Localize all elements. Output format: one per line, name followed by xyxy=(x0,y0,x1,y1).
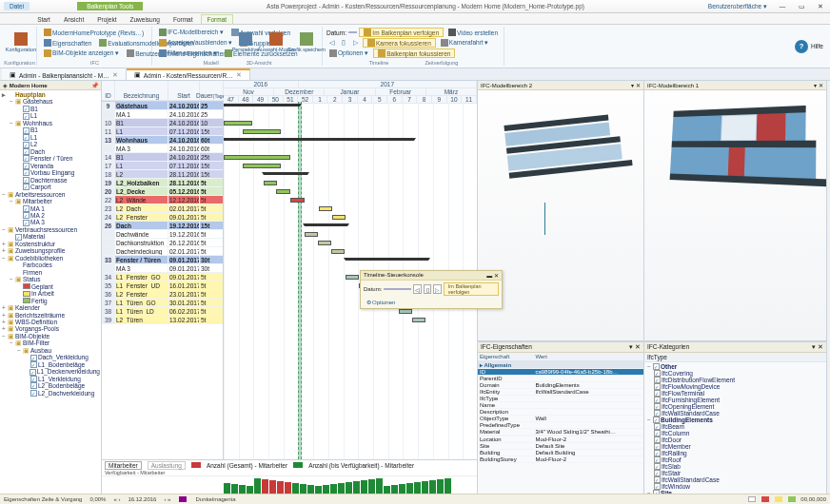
tree-node[interactable]: −▣Ausbau xyxy=(1,347,100,354)
tree-node[interactable]: +▣WBS-Definition xyxy=(1,319,100,325)
perspektive-button[interactable]: Perspektive xyxy=(230,28,261,56)
property-row[interactable]: Name xyxy=(478,402,643,409)
ifc-model-dropdown[interactable]: ModernHomePrototype (Revis…) xyxy=(41,28,147,37)
tree-node[interactable]: Veranda xyxy=(1,163,100,169)
category-node[interactable]: IfcFlowMovingDevice xyxy=(646,383,824,390)
tree-node[interactable]: L1 xyxy=(1,112,100,119)
category-node[interactable]: IfcColumn xyxy=(646,430,824,436)
gantt-row[interactable]: 14B124.10.201625t xyxy=(102,153,223,162)
ribbon-tab-projekt[interactable]: Projekt xyxy=(91,15,122,24)
gantt-row[interactable]: MA 324.10.201660t xyxy=(102,145,223,153)
tree-node[interactable]: +▣Kostenstruktur xyxy=(1,241,100,247)
console-play[interactable]: ▷ xyxy=(433,284,442,294)
property-row[interactable]: PredefinedType xyxy=(478,422,643,429)
property-row[interactable]: IDca989f99-04fe-46a5-b25b-18b… xyxy=(478,369,643,376)
ribbon-tab-zuweisung[interactable]: Zuweisung xyxy=(124,15,165,24)
model-area-dropdown[interactable]: IFC-Modellbereich ▾ xyxy=(156,28,227,37)
tree-node[interactable]: −▣Verbrauchsressourcen xyxy=(1,226,100,233)
gantt-bar[interactable] xyxy=(224,138,414,141)
help-icon[interactable]: ? xyxy=(795,40,808,53)
console-follow[interactable]: Im Balkenplan verfolgen xyxy=(444,282,499,296)
status-swatch[interactable] xyxy=(775,496,782,502)
tree-node[interactable]: Dachterrasse xyxy=(1,177,100,184)
histo-tab-auslastung[interactable]: Auslastung xyxy=(148,461,186,470)
gantt-bar[interactable] xyxy=(305,232,318,237)
col-dauer[interactable]: Dauer(Tage) xyxy=(200,81,224,101)
gantt-row[interactable]: Dachwände19.12.20165t xyxy=(102,230,223,239)
console-options[interactable]: ⚙ Optionen xyxy=(364,298,398,306)
save-graphic-button[interactable]: Grafik speichern xyxy=(291,28,322,56)
show-hide-dropdown[interactable]: Anzeigen/ausblenden ▾ xyxy=(156,38,235,48)
tree-node[interactable]: L1_Verkleidung xyxy=(1,376,100,382)
ifc-bimobj-button[interactable]: BIM-Objekte anzeigen ▾ xyxy=(41,48,122,58)
ribbon-tab-ansicht[interactable]: Ansicht xyxy=(58,15,89,24)
gantt-row[interactable]: 26Dach19.12.201615t xyxy=(102,222,223,230)
tree-node[interactable]: L2_Dachverkleidung xyxy=(1,390,100,397)
tree-node[interactable]: B1 xyxy=(1,106,100,112)
col-start[interactable]: Start xyxy=(168,81,200,101)
focus-gantt[interactable]: Balkenplan fokussieren xyxy=(373,48,455,58)
close-button[interactable]: ✕ xyxy=(811,0,830,13)
category-node[interactable]: IfcWallStandardCase xyxy=(646,476,824,483)
pin-icon[interactable]: 📌 xyxy=(91,82,98,88)
category-node[interactable]: IfcCovering xyxy=(646,370,824,377)
tree-node[interactable]: MA 1 xyxy=(1,205,100,212)
gantt-bar[interactable] xyxy=(331,249,345,254)
console-stop[interactable]: ▯ xyxy=(424,284,432,294)
property-grid[interactable]: EigenschaftWert ▸ Allgemein IDca989f99-0… xyxy=(478,353,643,494)
gantt-bar[interactable] xyxy=(399,309,412,314)
follow-gantt-toggle[interactable]: Im Balkenplan verfolgen xyxy=(359,28,444,37)
minimize-button[interactable]: — xyxy=(773,0,792,13)
date-field[interactable] xyxy=(348,31,357,33)
category-node[interactable]: IfcBeam xyxy=(646,423,824,430)
3d-viewport-2[interactable] xyxy=(644,90,826,341)
gantt-row[interactable]: 23L2_Dach02.01.20175t xyxy=(102,204,223,213)
tree-node[interactable]: −▣BIM-Objekte xyxy=(1,333,100,339)
status-date-prev[interactable]: « ‹ xyxy=(113,496,120,502)
gantt-row[interactable]: Dacheindeckung02.01.20175t xyxy=(102,247,223,256)
tree-node[interactable]: In Arbeit xyxy=(1,290,100,297)
tree-node[interactable]: L1_Bodenbeläge xyxy=(1,361,100,368)
gantt-bar[interactable] xyxy=(412,318,425,322)
tree-node[interactable]: −▣Status xyxy=(1,276,100,282)
tree-node[interactable]: +▣Kalender xyxy=(1,304,100,311)
property-row[interactable]: SiteDefault Site xyxy=(478,443,643,450)
ifc-props-button[interactable]: Eigenschaften xyxy=(41,38,94,48)
gantt-row[interactable]: 20L2_Decke05.12.20165t xyxy=(102,187,223,196)
property-row[interactable]: ParentID xyxy=(478,376,643,382)
tree-node[interactable]: +▣Zuweisungsprofile xyxy=(1,247,100,254)
transport-stop[interactable]: ▯ xyxy=(339,38,348,48)
camera-path[interactable]: Kamerafahrt ▾ xyxy=(438,38,492,48)
gantt-row[interactable]: 39L2_Türen13.02.20175t xyxy=(102,316,223,324)
gantt-bar[interactable] xyxy=(332,215,346,220)
gantt-bar[interactable] xyxy=(243,164,281,168)
col-id[interactable]: ID xyxy=(102,81,115,101)
tree-node[interactable]: L1 xyxy=(1,134,100,141)
gantt-row[interactable]: 10B124.10.201610 xyxy=(102,119,223,127)
gantt-bar[interactable] xyxy=(290,198,305,203)
pane-buttons[interactable]: ▾ ✕ xyxy=(629,343,641,351)
property-row[interactable]: BuildingDefault Building xyxy=(478,450,643,456)
gantt-row[interactable]: MA 309.01.201730t xyxy=(102,264,223,273)
ribbon-tab-format[interactable]: Format xyxy=(201,14,234,24)
category-node[interactable]: IfcWindow xyxy=(646,483,824,490)
gantt-bar[interactable] xyxy=(224,121,252,126)
category-node[interactable]: IfcDoor xyxy=(646,436,824,443)
timeline-console[interactable]: Timeline-Steuerkonsole▬ ✕ Datum: ◁ ▯ ▷ I… xyxy=(360,270,503,309)
gantt-row[interactable]: 34L1_Fenster_GO09.01.20175t xyxy=(102,273,223,281)
tree-node[interactable]: −▣Arbeitsressourcen xyxy=(1,191,100,198)
gantt-row[interactable]: 18L228.11.201615t xyxy=(102,170,223,179)
property-row[interactable]: BuildingStoreyMod-Floor-2 xyxy=(478,456,643,463)
tree-node[interactable]: −▣Mitarbeiter xyxy=(1,198,100,204)
tree-node[interactable]: −▣Wohnhaus xyxy=(1,120,100,126)
gantt-bar[interactable] xyxy=(318,241,331,245)
selection-mode-button[interactable]: Auswahl-Modus xyxy=(261,28,291,56)
focus-camera[interactable]: Kamera fokussieren xyxy=(363,38,436,48)
category-node[interactable]: IfcMember xyxy=(646,443,824,450)
help-label[interactable]: Hilfe xyxy=(811,43,823,49)
tree-node[interactable]: Farbcodes xyxy=(1,262,100,268)
gantt-row[interactable]: 11L107.11.201615t xyxy=(102,127,223,136)
tree-node[interactable]: Fertig xyxy=(1,298,100,304)
gantt-bar[interactable] xyxy=(224,104,300,107)
gantt-row[interactable]: 9Gästehaus24.10.201625 xyxy=(102,102,223,110)
